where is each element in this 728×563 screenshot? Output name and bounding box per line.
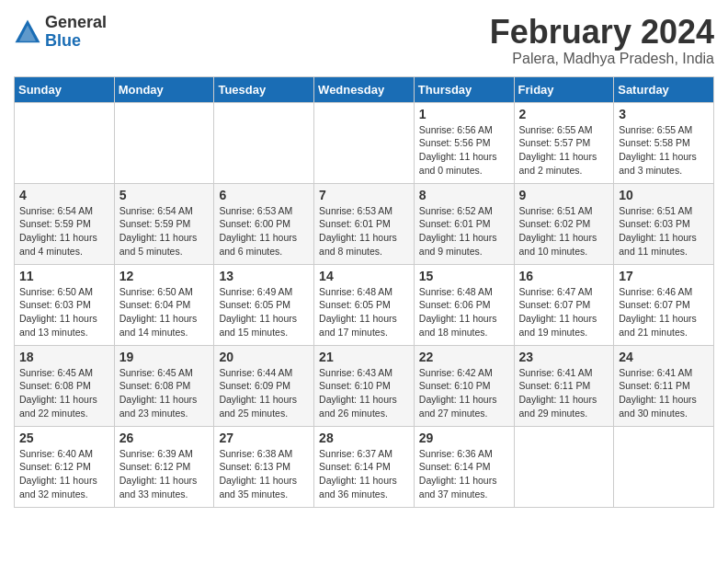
day-cell: 5Sunrise: 6:54 AM Sunset: 5:59 PM Daylig… [114,183,214,264]
week-row-1: 1Sunrise: 6:56 AM Sunset: 5:56 PM Daylig… [15,102,714,183]
day-cell: 16Sunrise: 6:47 AM Sunset: 6:07 PM Dayli… [514,264,614,345]
day-cell: 2Sunrise: 6:55 AM Sunset: 5:57 PM Daylig… [514,102,614,183]
day-cell: 27Sunrise: 6:38 AM Sunset: 6:13 PM Dayli… [214,426,314,507]
title-block: February 2024 Palera, Madhya Pradesh, In… [490,14,714,67]
week-row-2: 4Sunrise: 6:54 AM Sunset: 5:59 PM Daylig… [15,183,714,264]
day-number: 19 [119,350,210,364]
day-info: Sunrise: 6:37 AM Sunset: 6:14 PM Dayligh… [319,447,409,501]
header-cell-tuesday: Tuesday [214,76,314,102]
logo-blue-text: Blue [45,32,107,51]
day-number: 25 [19,431,109,445]
logo-general: General [45,14,107,32]
day-info: Sunrise: 6:38 AM Sunset: 6:13 PM Dayligh… [219,447,309,501]
day-number: 20 [219,350,309,364]
day-number: 3 [619,107,709,121]
day-number: 15 [419,269,509,283]
day-number: 26 [119,431,210,445]
day-info: Sunrise: 6:36 AM Sunset: 6:14 PM Dayligh… [419,447,509,501]
week-row-3: 11Sunrise: 6:50 AM Sunset: 6:03 PM Dayli… [15,264,714,345]
day-number: 1 [419,107,509,121]
day-cell: 22Sunrise: 6:42 AM Sunset: 6:10 PM Dayli… [414,345,514,426]
location: Palera, Madhya Pradesh, India [490,51,714,67]
day-cell: 26Sunrise: 6:39 AM Sunset: 6:12 PM Dayli… [114,426,214,507]
calendar-header: SundayMondayTuesdayWednesdayThursdayFrid… [15,76,714,102]
day-number: 10 [619,188,709,202]
day-info: Sunrise: 6:48 AM Sunset: 6:05 PM Dayligh… [319,285,409,339]
month-year: February 2024 [490,14,714,51]
day-cell: 25Sunrise: 6:40 AM Sunset: 6:12 PM Dayli… [15,426,115,507]
day-cell: 17Sunrise: 6:46 AM Sunset: 6:07 PM Dayli… [614,264,714,345]
day-info: Sunrise: 6:48 AM Sunset: 6:06 PM Dayligh… [419,285,509,339]
header-row: SundayMondayTuesdayWednesdayThursdayFrid… [15,76,714,102]
day-info: Sunrise: 6:55 AM Sunset: 5:57 PM Dayligh… [519,123,609,178]
day-info: Sunrise: 6:46 AM Sunset: 6:07 PM Dayligh… [619,285,709,339]
week-row-4: 18Sunrise: 6:45 AM Sunset: 6:08 PM Dayli… [15,345,714,426]
day-cell [314,102,415,183]
header-cell-monday: Monday [114,76,214,102]
day-cell: 14Sunrise: 6:48 AM Sunset: 6:05 PM Dayli… [314,264,415,345]
day-cell: 24Sunrise: 6:41 AM Sunset: 6:11 PM Dayli… [614,345,714,426]
day-number: 23 [519,350,609,364]
day-number: 24 [619,350,709,364]
day-cell: 28Sunrise: 6:37 AM Sunset: 6:14 PM Dayli… [314,426,415,507]
day-info: Sunrise: 6:40 AM Sunset: 6:12 PM Dayligh… [19,447,109,501]
day-info: Sunrise: 6:39 AM Sunset: 6:12 PM Dayligh… [119,447,210,501]
day-number: 6 [219,188,309,202]
day-cell: 10Sunrise: 6:51 AM Sunset: 6:03 PM Dayli… [614,183,714,264]
day-cell: 8Sunrise: 6:52 AM Sunset: 6:01 PM Daylig… [414,183,514,264]
day-cell [614,426,714,507]
day-number: 14 [319,269,409,283]
header-cell-wednesday: Wednesday [314,76,415,102]
day-cell: 7Sunrise: 6:53 AM Sunset: 6:01 PM Daylig… [314,183,415,264]
header-cell-friday: Friday [514,76,614,102]
day-cell: 9Sunrise: 6:51 AM Sunset: 6:02 PM Daylig… [514,183,614,264]
week-row-5: 25Sunrise: 6:40 AM Sunset: 6:12 PM Dayli… [15,426,714,507]
day-cell: 12Sunrise: 6:50 AM Sunset: 6:04 PM Dayli… [114,264,214,345]
logo-text: General Blue [45,14,107,51]
day-cell [214,102,314,183]
day-info: Sunrise: 6:43 AM Sunset: 6:10 PM Dayligh… [319,366,409,420]
day-info: Sunrise: 6:49 AM Sunset: 6:05 PM Dayligh… [219,285,309,339]
calendar-body: 1Sunrise: 6:56 AM Sunset: 5:56 PM Daylig… [15,102,714,507]
day-number: 29 [419,431,509,445]
day-number: 8 [419,188,509,202]
day-info: Sunrise: 6:42 AM Sunset: 6:10 PM Dayligh… [419,366,509,420]
day-cell: 18Sunrise: 6:45 AM Sunset: 6:08 PM Dayli… [15,345,115,426]
day-number: 9 [519,188,609,202]
day-number: 16 [519,269,609,283]
day-cell: 21Sunrise: 6:43 AM Sunset: 6:10 PM Dayli… [314,345,415,426]
logo: General Blue [14,14,107,51]
day-info: Sunrise: 6:54 AM Sunset: 5:59 PM Dayligh… [19,204,109,259]
day-info: Sunrise: 6:51 AM Sunset: 6:02 PM Dayligh… [519,204,609,259]
logo-icon [14,18,41,46]
day-number: 5 [119,188,210,202]
day-cell: 29Sunrise: 6:36 AM Sunset: 6:14 PM Dayli… [414,426,514,507]
day-info: Sunrise: 6:51 AM Sunset: 6:03 PM Dayligh… [619,204,709,259]
day-cell: 4Sunrise: 6:54 AM Sunset: 5:59 PM Daylig… [15,183,115,264]
day-cell [114,102,214,183]
day-info: Sunrise: 6:53 AM Sunset: 6:01 PM Dayligh… [319,204,409,259]
day-number: 18 [19,350,109,364]
day-cell: 11Sunrise: 6:50 AM Sunset: 6:03 PM Dayli… [15,264,115,345]
day-info: Sunrise: 6:47 AM Sunset: 6:07 PM Dayligh… [519,285,609,339]
day-info: Sunrise: 6:41 AM Sunset: 6:11 PM Dayligh… [519,366,609,420]
day-cell: 23Sunrise: 6:41 AM Sunset: 6:11 PM Dayli… [514,345,614,426]
day-cell: 3Sunrise: 6:55 AM Sunset: 5:58 PM Daylig… [614,102,714,183]
day-number: 28 [319,431,409,445]
day-number: 4 [19,188,109,202]
day-number: 11 [19,269,109,283]
day-number: 12 [119,269,210,283]
day-number: 21 [319,350,409,364]
day-info: Sunrise: 6:55 AM Sunset: 5:58 PM Dayligh… [619,123,709,178]
day-info: Sunrise: 6:41 AM Sunset: 6:11 PM Dayligh… [619,366,709,420]
calendar-table: SundayMondayTuesdayWednesdayThursdayFrid… [14,76,714,508]
day-number: 22 [419,350,509,364]
day-cell: 1Sunrise: 6:56 AM Sunset: 5:56 PM Daylig… [414,102,514,183]
header-cell-sunday: Sunday [15,76,115,102]
day-info: Sunrise: 6:45 AM Sunset: 6:08 PM Dayligh… [19,366,109,420]
day-info: Sunrise: 6:56 AM Sunset: 5:56 PM Dayligh… [419,123,509,178]
day-cell: 19Sunrise: 6:45 AM Sunset: 6:08 PM Dayli… [114,345,214,426]
header-cell-saturday: Saturday [614,76,714,102]
day-info: Sunrise: 6:45 AM Sunset: 6:08 PM Dayligh… [119,366,210,420]
day-cell: 13Sunrise: 6:49 AM Sunset: 6:05 PM Dayli… [214,264,314,345]
